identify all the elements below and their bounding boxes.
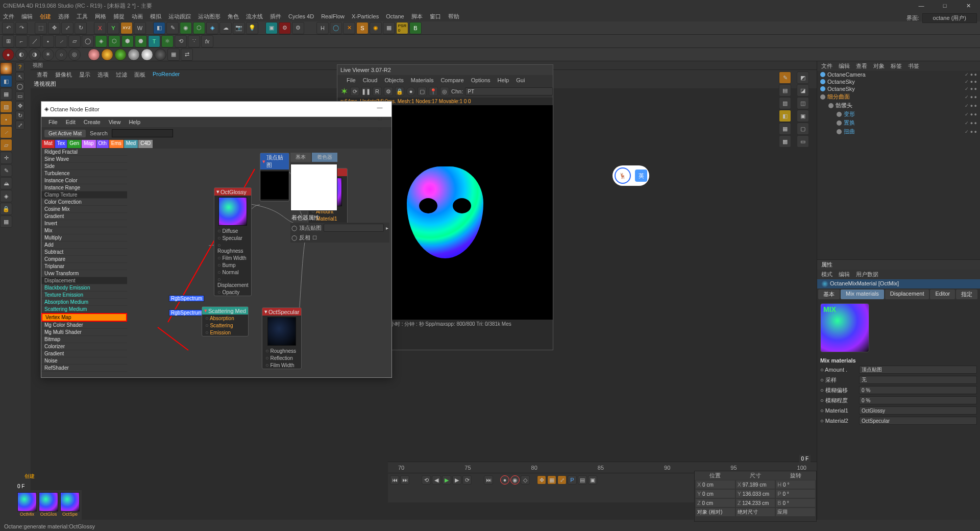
palette-c-icon[interactable]: ▦ — [779, 123, 791, 135]
material-OctGlos[interactable]: OctGlos — [39, 492, 58, 520]
live-select-icon[interactable]: ◯ — [15, 82, 24, 91]
node-type-Add[interactable]: Add — [41, 242, 127, 249]
light-icon[interactable]: 💡 — [246, 22, 258, 34]
view-help-icon[interactable]: ? — [15, 62, 24, 71]
lv-menu-Objects[interactable]: Objects — [384, 77, 403, 83]
node-input-Roughness[interactable]: ○ Roughness — [262, 347, 301, 354]
undo-icon[interactable]: ↶ — [2, 22, 14, 34]
node-type-Compare[interactable]: Compare — [41, 256, 127, 263]
snap-icon[interactable]: ⊞ — [2, 35, 14, 47]
category-Tex[interactable]: Tex — [55, 140, 67, 148]
go-start-icon[interactable]: ⏮ — [390, 475, 399, 485]
symmetry-icon[interactable]: ⬡ — [108, 35, 120, 47]
model-mode-icon[interactable]: ◧ — [0, 75, 12, 87]
palette-yellow-icon[interactable]: ◧ — [779, 110, 791, 122]
orb1-icon[interactable]: ○ — [55, 49, 67, 61]
ne-close-button[interactable]: ✕ — [368, 124, 391, 135]
prev-frame-icon[interactable]: ◀ — [432, 475, 441, 485]
coord-H[interactable]: H 0 ° — [776, 480, 815, 489]
viewport-menu-查看[interactable]: 查看 — [37, 71, 48, 79]
text-icon[interactable]: T — [148, 35, 160, 47]
node-type-Multiply[interactable]: Multiply — [41, 234, 127, 242]
deformer-icon[interactable]: ◈ — [206, 22, 218, 34]
last-key-icon[interactable]: ⏭ — [484, 475, 493, 485]
instance-icon[interactable]: ◈ — [95, 35, 107, 47]
node-type-Mg-Multi-Shader[interactable]: Mg Multi Shader — [41, 329, 127, 336]
menu-动画[interactable]: 动画 — [132, 13, 143, 20]
node-input-Bump[interactable]: ○ Bump — [214, 261, 251, 269]
menu-选择[interactable]: 选择 — [58, 13, 69, 20]
psr-icon[interactable]: PSR0 — [396, 22, 408, 34]
pill-lang-button[interactable]: 英 — [635, 170, 647, 182]
scale-tool-icon[interactable]: ⤢ — [15, 120, 24, 130]
make-editable-icon[interactable]: ● — [0, 62, 12, 75]
move-tool-icon[interactable]: ✥ — [15, 101, 24, 110]
node-graph-canvas[interactable]: ▾顶点贴图 ▾OctGlossy ○ Diffuse○ Specular○ Ro… — [127, 149, 391, 377]
enable-sds-icon[interactable]: ◈ — [0, 190, 12, 202]
coord-B[interactable]: B 0 ° — [776, 499, 815, 507]
mograph-icon[interactable]: ∵ — [188, 35, 200, 47]
minimize-button[interactable]: — — [910, 0, 933, 11]
menu-创建[interactable]: 创建 — [40, 13, 51, 20]
attr-field-Material1[interactable]: OctGlossy — [859, 406, 977, 415]
viewport-menu-显示[interactable]: 显示 — [79, 71, 90, 79]
category-Ems[interactable]: Ems — [109, 140, 124, 148]
param-key-icon[interactable]: P — [568, 475, 577, 485]
tab-shader[interactable]: 着色器 — [312, 153, 337, 162]
obj-tab-标签[interactable]: 标签 — [891, 62, 902, 70]
coord-P[interactable]: P 0 ° — [776, 490, 815, 498]
scale-key-icon[interactable]: ⤢ — [557, 475, 567, 485]
palette-g-icon[interactable]: ◫ — [797, 97, 809, 109]
lv-pause-icon[interactable]: ❚❚ — [361, 87, 371, 96]
next-frame-icon[interactable]: ▶ — [452, 475, 461, 485]
node-editor-titlebar[interactable]: ◈ Octane Node Editor — □ ✕ — [41, 102, 391, 117]
node-oct-specular[interactable]: ▾OctSpecular ○ Roughness○ Reflection○ Fi… — [262, 307, 302, 369]
shuffle-icon[interactable]: ⇄ — [181, 49, 193, 61]
grey-sphere-icon[interactable] — [128, 49, 140, 61]
pink-sphere-icon[interactable] — [88, 49, 100, 61]
lv-menu-Materials[interactable]: Materials — [411, 77, 434, 83]
menu-模拟[interactable]: 模拟 — [150, 13, 161, 20]
object-OctaneSky[interactable]: OctaneSky✓ ● ● — [817, 78, 980, 85]
search-input[interactable] — [112, 129, 173, 137]
rotate-icon[interactable]: ↻ — [75, 22, 87, 34]
pen-icon[interactable]: ✎ — [166, 22, 179, 34]
node-type-Displacement[interactable]: Displacement — [41, 277, 127, 284]
obj-tab-对象[interactable]: 对象 — [873, 62, 885, 70]
menu-运动跟踪[interactable]: 运动跟踪 — [168, 13, 191, 20]
menu-文件[interactable]: 文件 — [3, 13, 14, 20]
ne-menu-Edit[interactable]: Edit — [66, 119, 76, 125]
node-input-Film Width[interactable]: ○ Film Width — [262, 361, 301, 369]
keyframe-icon[interactable]: ◇ — [521, 475, 530, 485]
viewport-menu-过滤[interactable]: 过滤 — [116, 71, 127, 79]
content-browser-icon[interactable]: ▦ — [383, 22, 395, 34]
palette-h-icon[interactable]: ▣ — [797, 110, 809, 122]
frame-field-right[interactable]: 0 F — [799, 455, 811, 463]
nurbs-icon[interactable]: ◉ — [180, 22, 192, 34]
node-input-Emission[interactable]: ○ Emission — [202, 329, 248, 336]
node-type-Instance-Color[interactable]: Instance Color — [41, 177, 127, 184]
ne-menu-File[interactable]: File — [48, 119, 58, 125]
lv-gear-icon[interactable]: ⚙ — [384, 87, 393, 96]
shader-color-swatch[interactable] — [290, 164, 337, 211]
poly-mode-icon[interactable]: ▱ — [0, 139, 12, 151]
palette-a-icon[interactable]: ▤ — [779, 84, 791, 96]
node-scattering-med[interactable]: ▾Scattering Med ○ Absorption○ Scattering… — [202, 306, 249, 336]
viewport-menu-摄像机[interactable]: 摄像机 — [55, 71, 72, 79]
physics-icon[interactable]: ⚛ — [161, 35, 174, 47]
node-type-Absorption-Medium[interactable]: Absorption Medium — [41, 299, 127, 306]
checker-icon[interactable]: ▦ — [167, 49, 180, 61]
attr-tab-Editor[interactable]: Editor — [930, 289, 955, 299]
fx-icon[interactable]: fx — [201, 35, 213, 47]
lv-menu-Cloud[interactable]: Cloud — [363, 77, 378, 83]
category-Oth[interactable]: Oth — [96, 140, 109, 148]
bw2-icon[interactable]: ◑ — [29, 49, 41, 61]
point-mode-icon[interactable]: • — [0, 113, 12, 126]
lv-pin-icon[interactable]: 📍 — [429, 87, 438, 96]
psr-key-icon[interactable]: ✥ — [537, 475, 546, 485]
node-type-Mg-Color-Shader[interactable]: Mg Color Shader — [41, 322, 127, 329]
get-active-mat-button[interactable]: Get Active Mat — [44, 130, 86, 137]
palette-f-icon[interactable]: ◪ — [797, 84, 809, 96]
object-扭曲[interactable]: 扭曲✓ ● ● — [817, 127, 980, 136]
menu-RealFlow[interactable]: RealFlow — [321, 13, 345, 19]
